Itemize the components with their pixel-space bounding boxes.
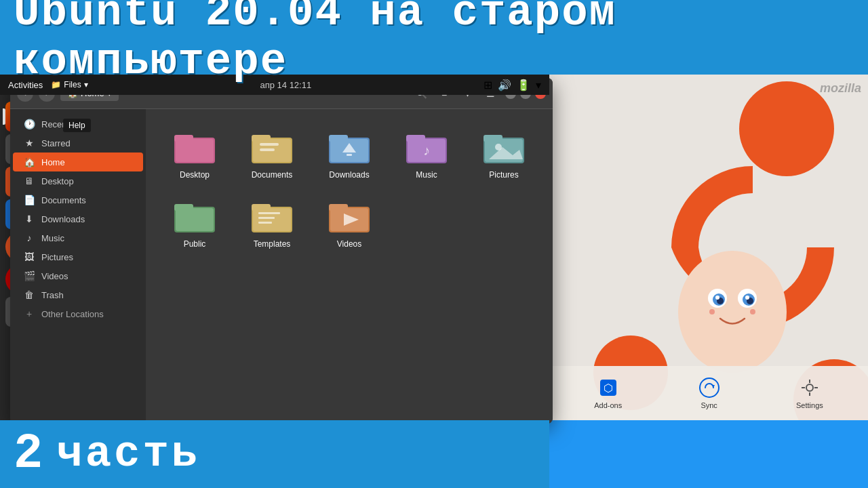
templates-folder-svg <box>250 197 294 235</box>
right-panel: ⬡ Add-ons Sync Settings <box>549 75 868 420</box>
dock-indicator <box>3 108 5 125</box>
folder-pictures-icon <box>482 128 526 166</box>
svg-point-49 <box>750 309 755 314</box>
sidebar-item-starred[interactable]: ★ Starred <box>13 134 143 152</box>
svg-rect-30 <box>258 222 272 224</box>
desktop-icon: 🖥 <box>24 176 35 186</box>
svg-rect-29 <box>258 217 275 219</box>
folder-downloads-icon <box>328 128 371 166</box>
pictures-icon: 🖼 <box>24 251 35 262</box>
desktop-label: Desktop <box>180 170 210 180</box>
pictures-folder-svg <box>482 128 526 166</box>
addons-icon: ⬡ <box>597 377 619 399</box>
videos-icon: 🎬 <box>24 270 35 281</box>
public-folder-svg <box>173 197 216 235</box>
fm-body: 🕐 Recent ★ Starred 🏠 Home 🖥 Desktop 📄 Do… <box>10 109 553 424</box>
svg-rect-28 <box>258 212 280 214</box>
sidebar-item-trash[interactable]: 🗑 Trash <box>13 285 143 304</box>
svg-rect-2 <box>176 139 214 162</box>
music-icon: ♪ <box>24 232 35 243</box>
music-folder-svg: ♪ <box>405 128 448 166</box>
folder-pictures[interactable]: Pictures <box>469 123 539 185</box>
svg-point-46 <box>715 296 719 300</box>
svg-rect-12 <box>347 154 352 156</box>
downloads-icon: ⬇ <box>24 214 35 224</box>
fm-sidebar: 🕐 Recent ★ Starred 🏠 Home 🖥 Desktop 📄 Do… <box>10 109 146 424</box>
documents-folder-svg <box>250 128 294 166</box>
svg-point-39 <box>678 251 787 373</box>
sidebar-item-desktop[interactable]: 🖥 Desktop <box>13 171 143 190</box>
svg-rect-7 <box>260 148 275 151</box>
fm-content: Desktop Documents <box>146 109 553 424</box>
desktop-folder-svg <box>173 128 216 166</box>
svg-rect-27 <box>253 208 291 231</box>
folder-documents[interactable]: Documents <box>237 123 307 185</box>
folder-videos[interactable]: Videos <box>314 192 384 254</box>
svg-point-53 <box>806 384 813 391</box>
svg-point-48 <box>709 309 715 314</box>
browser-settings[interactable]: Settings <box>796 377 823 409</box>
sync-label: Sync <box>701 401 717 409</box>
sidebar-item-downloads[interactable]: ⬇ Downloads <box>13 209 143 228</box>
home-sidebar-icon: 🏠 <box>24 157 35 167</box>
part-word: часть <box>56 430 200 479</box>
music-label: Music <box>416 170 437 180</box>
documents-label: Documents <box>252 170 293 180</box>
star-icon: ★ <box>24 138 35 148</box>
svg-text:⬡: ⬡ <box>604 382 613 394</box>
sync-icon <box>698 377 720 399</box>
sidebar-item-pictures[interactable]: 🖼 Pictures <box>13 247 143 266</box>
addons-label: Add-ons <box>594 401 622 409</box>
folder-music-icon: ♪ <box>405 128 448 166</box>
folder-templates[interactable]: Templates <box>237 192 307 254</box>
svg-text:♪: ♪ <box>423 143 430 158</box>
title-bar: Ubuntu 20.04 на старом компьютере <box>0 0 868 75</box>
folder-templates-icon <box>250 197 294 235</box>
folder-public-icon <box>173 197 216 235</box>
downloads-label: Downloads <box>329 170 369 180</box>
pictures-label: Pictures <box>489 170 518 180</box>
browser-addons[interactable]: ⬡ Add-ons <box>594 377 622 409</box>
plus-icon: + <box>24 308 35 319</box>
folder-documents-icon <box>250 128 294 166</box>
folder-desktop[interactable]: Desktop <box>159 123 230 185</box>
folder-desktop-icon <box>173 128 216 166</box>
svg-rect-6 <box>260 143 279 146</box>
sidebar-item-recent[interactable]: 🕐 Recent <box>13 115 143 134</box>
public-label: Public <box>184 239 206 249</box>
settings-label: Settings <box>796 401 823 409</box>
folder-downloads[interactable]: Downloads <box>314 123 384 185</box>
settings-icon <box>799 377 821 399</box>
videos-label: Videos <box>337 239 361 249</box>
svg-point-36 <box>739 81 834 176</box>
templates-label: Templates <box>254 239 291 249</box>
part-number: 2 <box>14 426 43 482</box>
sidebar-item-home[interactable]: 🏠 Home <box>13 152 143 171</box>
sidebar-item-videos[interactable]: 🎬 Videos <box>13 266 143 285</box>
browser-sync[interactable]: Sync <box>698 377 720 409</box>
trash-icon: 🗑 <box>24 289 35 300</box>
folder-music[interactable]: ♪ Music <box>391 123 462 185</box>
recent-icon: 🕐 <box>24 119 35 129</box>
documents-icon: 📄 <box>24 195 35 205</box>
file-manager-window: ‹ › 🏠 Home ▾ 🔍 ≡ ▾ ☰ 🕐 Recent <box>10 78 553 424</box>
svg-point-47 <box>745 296 749 300</box>
sidebar-item-music[interactable]: ♪ Music <box>13 228 143 247</box>
sidebar-item-documents[interactable]: 📄 Documents <box>13 190 143 209</box>
sidebar-item-other-locations[interactable]: + Other Locations <box>13 304 143 323</box>
svg-rect-24 <box>176 208 214 231</box>
folder-videos-icon <box>328 197 371 235</box>
folder-public[interactable]: Public <box>159 192 230 254</box>
videos-folder-svg <box>328 197 371 235</box>
downloads-folder-svg <box>328 128 371 166</box>
browser-bar: ⬡ Add-ons Sync Settings <box>549 366 868 420</box>
page-title: Ubuntu 20.04 на старом компьютере <box>14 0 854 86</box>
svg-point-52 <box>700 378 719 397</box>
bottom-overlay: 2 часть <box>0 420 549 488</box>
